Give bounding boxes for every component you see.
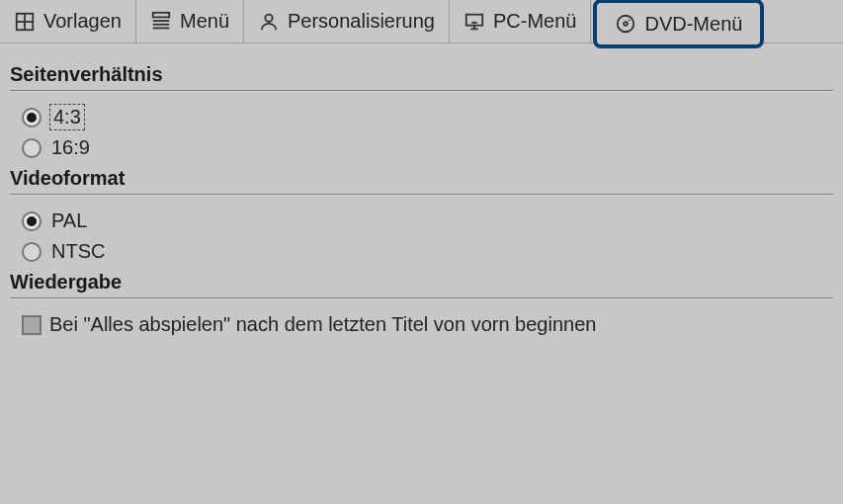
- divider: [10, 297, 833, 299]
- tab-pcmenu[interactable]: PC-Menü: [450, 0, 591, 42]
- svg-point-13: [625, 22, 629, 26]
- svg-rect-3: [153, 12, 170, 17]
- monitor-icon: [464, 11, 485, 33]
- divider: [10, 194, 833, 196]
- radio-indicator: [22, 108, 42, 127]
- section-title-playback: Wiedergabe: [10, 271, 833, 294]
- radio-label: NTSC: [51, 240, 105, 263]
- checkbox-loop-playall[interactable]: Bei "Alles abspielen" nach dem letzten T…: [22, 313, 833, 336]
- radio-videoformat-ntsc[interactable]: NTSC: [22, 240, 833, 263]
- divider: [10, 90, 833, 92]
- radio-aspect-169[interactable]: 16:9: [22, 136, 833, 159]
- tab-templates[interactable]: Vorlagen: [0, 0, 136, 42]
- radio-indicator: [22, 138, 42, 158]
- menu-list-icon: [150, 11, 172, 33]
- svg-point-7: [265, 14, 272, 21]
- section-title-aspect: Seitenverhältnis: [10, 63, 833, 86]
- radio-indicator: [22, 242, 42, 262]
- tab-personalisation[interactable]: Personalisierung: [244, 0, 450, 42]
- tab-label: Personalisierung: [288, 10, 435, 33]
- tab-label: Vorlagen: [43, 10, 122, 33]
- tab-label: DVD-Menü: [644, 13, 742, 36]
- radio-label: 4:3: [51, 106, 83, 128]
- tabbar: Vorlagen Menü Personalisierung PC-Menü D…: [0, 0, 843, 43]
- checkbox-indicator: [22, 315, 42, 335]
- svg-rect-8: [466, 14, 483, 25]
- disc-icon: [615, 13, 636, 35]
- radio-aspect-43[interactable]: 4:3: [22, 106, 833, 128]
- radio-videoformat-pal[interactable]: PAL: [22, 210, 833, 232]
- content-panel: Seitenverhältnis 4:3 16:9 Videoformat PA…: [0, 43, 843, 356]
- tab-dvdmenu[interactable]: DVD-Menü: [593, 0, 764, 48]
- radio-indicator: [22, 211, 42, 231]
- svg-point-14: [629, 19, 631, 21]
- section-title-videoformat: Videoformat: [10, 167, 833, 190]
- radio-label: 16:9: [51, 136, 90, 159]
- tab-label: PC-Menü: [493, 10, 576, 33]
- grid-icon: [14, 11, 36, 33]
- radio-label: PAL: [51, 210, 87, 232]
- checkbox-label: Bei "Alles abspielen" nach dem letzten T…: [49, 313, 596, 336]
- tab-label: Menü: [180, 10, 229, 33]
- tab-menu[interactable]: Menü: [136, 0, 244, 42]
- svg-point-12: [618, 16, 634, 33]
- person-icon: [258, 11, 280, 33]
